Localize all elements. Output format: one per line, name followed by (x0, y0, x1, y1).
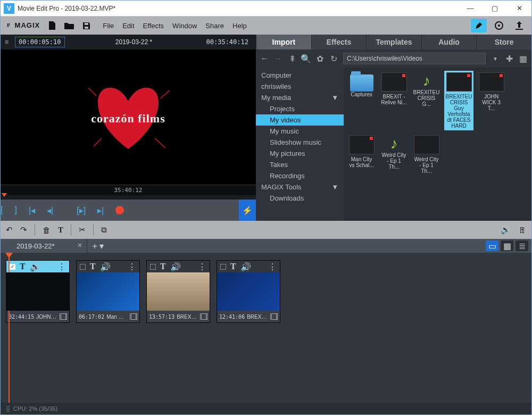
storyboard-clip[interactable]: T🔊⋮13:57:13BREX….mp4 (146, 260, 210, 323)
mark-out-icon[interactable]: ] (14, 205, 16, 215)
clip-menu-icon[interactable]: ⋮ (198, 262, 206, 272)
clip-audio-icon[interactable]: 🔊 (240, 262, 251, 272)
new-file-icon[interactable] (47, 21, 57, 30)
mark-in-icon[interactable]: [ (1, 205, 3, 215)
menu-share[interactable]: Share (205, 22, 224, 30)
media-thumb[interactable]: Weird City - Ep 1 Th... (412, 134, 441, 176)
nav-back-icon[interactable]: ← (260, 54, 269, 63)
clip-menu-icon[interactable]: ⋮ (268, 262, 277, 272)
go-end-icon[interactable]: ▸| (97, 205, 104, 215)
prev-frame-icon[interactable]: ◂| (47, 205, 53, 215)
close-button[interactable]: ✕ (507, 1, 531, 16)
media-thumb[interactable]: ♪BREXITEU CRISIS G... (412, 71, 441, 130)
undo-icon[interactable]: ↶ (6, 225, 13, 235)
clip-audio-icon[interactable]: 🔊 (30, 262, 40, 272)
chevron-down-icon[interactable]: ▼ (331, 183, 338, 191)
storyboard-clip[interactable]: ✓T🔊⋮02:44:15JOHN….mp4 (6, 260, 70, 323)
tree-node-magixtools[interactable]: MAGIX Tools▼ (256, 181, 344, 193)
mixer-icon[interactable]: 🎚 (518, 226, 526, 235)
menu-file[interactable]: File (103, 22, 114, 30)
add-timeline-tab[interactable]: + ▾ (87, 239, 110, 253)
tab-store[interactable]: Store (476, 35, 531, 49)
view-timeline-icon[interactable]: ≣ (516, 240, 528, 251)
tree-node-mymusic[interactable]: My music (256, 126, 344, 137)
go-start-icon[interactable]: |◂ (29, 205, 35, 215)
chevron-down-icon[interactable]: ▼ (331, 94, 338, 102)
tree-node-downloads[interactable]: Downloads (256, 193, 344, 204)
tab-import[interactable]: Import (256, 35, 311, 49)
save-icon[interactable] (81, 21, 91, 30)
clip-checkbox[interactable] (80, 264, 86, 270)
preview-scrubber[interactable] (1, 195, 256, 200)
clip-menu-icon[interactable]: ⋮ (128, 262, 136, 272)
clip-audio-icon[interactable]: 🔊 (170, 262, 181, 272)
menu-window[interactable]: Window (172, 22, 197, 30)
tree-node-projects[interactable]: Projects (256, 103, 344, 114)
tab-templates[interactable]: Templates (366, 35, 421, 49)
edit-mode-icon[interactable] (471, 19, 487, 32)
group-icon[interactable]: ⧉ (101, 225, 107, 235)
media-thumb[interactable]: ♪Weird City - Ep 1 Th... (379, 134, 409, 176)
open-folder-icon[interactable] (64, 21, 74, 30)
tree-node-mymedia[interactable]: My media▼ (256, 92, 344, 103)
tree-node-user[interactable]: chriswiles (256, 81, 344, 92)
view-storyboard-icon[interactable]: ▭ (486, 240, 498, 251)
clip-title-icon[interactable]: T (230, 262, 236, 271)
clip-audio-icon[interactable]: 🔊 (100, 262, 111, 272)
title-icon[interactable]: T (58, 226, 63, 235)
redo-icon[interactable]: ↷ (20, 225, 27, 235)
quick-action-icon[interactable]: ⚡ (239, 200, 256, 221)
clip-menu-icon[interactable]: ⋮ (57, 262, 66, 272)
volume-icon[interactable]: 🔊 (501, 225, 511, 235)
media-thumb[interactable]: BREXIT - Relive Ni... (379, 71, 409, 130)
tab-effects[interactable]: Effects (311, 35, 367, 49)
view-grid-icon[interactable]: ▦ (519, 54, 527, 63)
path-input[interactable] (343, 53, 486, 64)
playhead-marker-icon[interactable] (2, 193, 7, 197)
storyboard-clip[interactable]: T🔊⋮12:41:06BREX….mp4 (217, 260, 280, 323)
clip-title-icon[interactable]: T (160, 262, 166, 271)
tree-node-takes[interactable]: Takes (256, 159, 344, 170)
tree-node-myvideos[interactable]: My videos (256, 114, 344, 126)
refresh-icon[interactable]: ↻ (329, 54, 338, 63)
media-thumb[interactable]: BREXITEU CRISIS Guy Verhofsta dt FACES H… (444, 71, 473, 130)
tree-node-computer[interactable]: Computer (256, 70, 344, 81)
tab-audio[interactable]: Audio (421, 35, 477, 49)
clip-title-icon[interactable]: T (90, 262, 96, 271)
play-range-icon[interactable]: [▸] (77, 205, 86, 215)
minimize-button[interactable]: — (458, 1, 483, 16)
path-dropdown-icon[interactable]: ▼ (491, 54, 500, 63)
storyboard-clip[interactable]: T🔊⋮06:17:02Man ….mp4 (76, 260, 140, 323)
delete-icon[interactable]: 🗑 (43, 226, 51, 235)
view-scene-icon[interactable]: ▦ (501, 240, 513, 251)
timeline-tab[interactable]: 2019-03-22* ✕ (1, 239, 87, 253)
timecode-in[interactable]: 00:00:05:10 (15, 37, 64, 47)
tree-node-slideshow[interactable]: Slideshow music (256, 137, 344, 148)
settings-icon[interactable]: ✿ (315, 54, 324, 63)
menu-edit[interactable]: Edit (122, 22, 134, 30)
tree-node-recordings[interactable]: Recordings (256, 170, 344, 181)
clip-checkbox[interactable] (220, 264, 226, 270)
storyboard[interactable]: ✓T🔊⋮02:44:15JOHN….mp4T🔊⋮06:17:02Man ….mp… (1, 253, 531, 403)
tree-node-pictures[interactable]: My pictures (256, 148, 344, 159)
cut-icon[interactable]: ✂ (79, 225, 86, 235)
export-icon[interactable] (511, 19, 527, 32)
preview-canvas[interactable]: corazón films (1, 49, 256, 185)
menu-effects[interactable]: Effects (143, 22, 164, 30)
menu-help[interactable]: Help (232, 22, 247, 30)
hamburger-icon[interactable]: ≡ (5, 38, 9, 46)
add-media-icon[interactable]: ✚ (505, 54, 513, 63)
nav-forward-icon[interactable]: → (274, 54, 282, 63)
clip-checkbox[interactable] (150, 264, 156, 270)
media-thumb[interactable]: Captures (347, 71, 376, 130)
burn-disc-icon[interactable] (491, 19, 507, 32)
clip-checkbox[interactable]: ✓ (10, 264, 15, 270)
record-button[interactable] (115, 206, 124, 214)
search-icon[interactable]: 🔍 (302, 54, 310, 63)
media-thumb[interactable]: Man City vs Schal... (347, 134, 376, 176)
clip-title-icon[interactable]: T (20, 262, 26, 271)
up-folder-icon[interactable]: ⇞ (288, 54, 296, 63)
maximize-button[interactable]: ▢ (483, 1, 507, 16)
media-thumb[interactable]: JOHN WICK 3 T... (477, 71, 506, 130)
close-tab-icon[interactable]: ✕ (77, 242, 82, 249)
